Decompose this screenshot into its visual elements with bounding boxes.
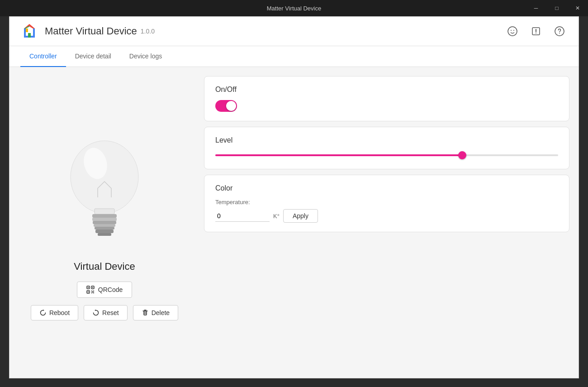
svg-rect-24 (88, 291, 89, 292)
reset-label: Reset (102, 309, 119, 316)
device-name: Virtual Device (74, 261, 135, 272)
reset-button[interactable]: Reset (84, 305, 128, 320)
tab-device-logs[interactable]: Device logs (120, 46, 171, 67)
titlebar-title: Matter Virtual Device (267, 5, 321, 12)
delete-label: Delete (152, 309, 170, 316)
svg-rect-29 (92, 291, 93, 292)
svg-point-6 (536, 33, 536, 33)
level-card: Level (204, 127, 569, 169)
color-card: Color Temperature: K° Apply (204, 175, 569, 232)
restore-button[interactable]: □ (546, 0, 567, 16)
svg-rect-30 (144, 311, 147, 315)
svg-point-2 (511, 30, 512, 31)
close-button[interactable]: ✕ (567, 0, 588, 16)
reboot-label: Reboot (49, 309, 70, 316)
action-buttons: Reboot Reset (31, 305, 178, 320)
svg-rect-15 (94, 224, 115, 227)
reboot-icon (39, 309, 47, 316)
svg-rect-26 (93, 291, 94, 291)
qrcode-icon (86, 286, 95, 294)
onoff-card: On/Off (204, 76, 569, 121)
help-icon[interactable] (551, 23, 568, 39)
apply-button[interactable]: Apply (283, 209, 318, 223)
left-panel: Virtual Device QRCode (9, 67, 199, 378)
svg-rect-20 (88, 287, 89, 288)
toggle-track (215, 100, 237, 112)
right-panel: On/Off Level Color (199, 67, 579, 378)
titlebar-controls: ─ □ ✕ (526, 0, 588, 16)
main-content: Virtual Device QRCode (9, 67, 579, 378)
svg-rect-13 (92, 218, 117, 221)
delete-icon (142, 309, 149, 316)
svg-point-8 (559, 33, 560, 33)
level-slider-fill (215, 154, 462, 156)
svg-rect-0 (28, 33, 31, 38)
temperature-row: K° Apply (215, 209, 558, 223)
qrcode-button[interactable]: QRCode (77, 282, 132, 298)
header-icons (504, 23, 568, 39)
reset-icon (92, 309, 100, 316)
svg-rect-27 (91, 292, 92, 293)
svg-rect-12 (92, 214, 117, 218)
svg-rect-18 (98, 233, 111, 236)
app-header: Matter Virtual Device 1.0.0 (9, 17, 579, 46)
reboot-button[interactable]: Reboot (31, 305, 78, 320)
level-title: Level (215, 136, 558, 144)
tab-device-detail[interactable]: Device detail (66, 46, 120, 67)
color-title: Color (215, 184, 558, 192)
svg-rect-17 (95, 229, 114, 233)
app-window: Matter Virtual Device 1.0.0 (9, 16, 579, 378)
temperature-unit: K° (273, 213, 280, 220)
temperature-label: Temperature: (215, 199, 558, 205)
onoff-title: On/Off (215, 86, 558, 94)
delete-button[interactable]: Delete (133, 305, 178, 320)
app-logo (20, 22, 38, 40)
svg-rect-28 (93, 292, 94, 293)
bulb-image (55, 125, 154, 253)
svg-point-3 (513, 30, 514, 31)
svg-point-9 (71, 141, 138, 213)
qrcode-label: QRCode (98, 286, 123, 293)
svg-rect-25 (91, 291, 92, 291)
feedback-icon[interactable] (504, 23, 521, 39)
svg-point-1 (508, 27, 517, 36)
tabs: Controller Device detail Device logs (9, 46, 579, 67)
svg-rect-16 (95, 227, 114, 229)
svg-rect-11 (95, 209, 114, 214)
level-slider-thumb[interactable] (458, 151, 466, 159)
level-slider-container (215, 151, 558, 160)
notification-icon[interactable] (528, 23, 544, 39)
app-version: 1.0.0 (141, 28, 155, 35)
onoff-toggle[interactable] (215, 100, 237, 112)
svg-rect-22 (92, 287, 93, 288)
minimize-button[interactable]: ─ (526, 0, 546, 16)
level-slider-track[interactable] (215, 154, 558, 156)
titlebar: Matter Virtual Device ─ □ ✕ (0, 0, 588, 16)
svg-rect-14 (93, 221, 116, 224)
tab-controller[interactable]: Controller (20, 46, 66, 67)
app-title: Matter Virtual Device (45, 25, 137, 37)
toggle-thumb (226, 101, 236, 111)
temperature-input[interactable] (215, 210, 270, 222)
